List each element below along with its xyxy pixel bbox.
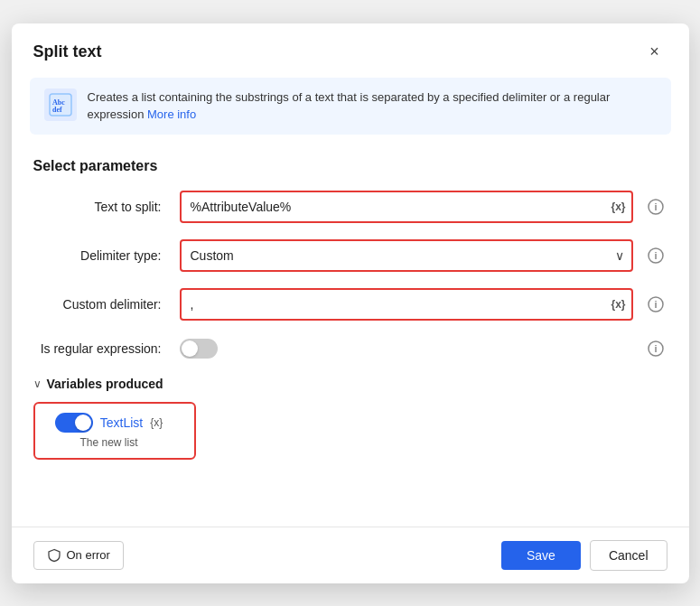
custom-delimiter-info-btn[interactable]: i — [644, 293, 667, 316]
close-button[interactable]: × — [642, 40, 667, 65]
variable-card: TextList {x} The new list — [33, 402, 196, 460]
svg-text:i: i — [654, 201, 657, 212]
split-text-dialog: Split text × Abc def Creates a list cont… — [12, 23, 689, 583]
more-info-link[interactable]: More info — [147, 107, 196, 121]
variable-expr: {x} — [150, 416, 163, 429]
custom-delimiter-var-btn[interactable]: {x} — [611, 298, 625, 311]
variables-chevron-icon: ∨ — [33, 378, 42, 390]
dialog-body: Select parameters Text to split: {x} i D… — [12, 145, 689, 527]
info-banner: Abc def Creates a list containing the su… — [30, 78, 671, 135]
cancel-button[interactable]: Cancel — [590, 540, 667, 571]
text-to-split-info-btn[interactable]: i — [644, 195, 667, 219]
custom-delimiter-label: Custom delimiter: — [33, 297, 169, 312]
is-regex-row: Is regular expression: i — [33, 337, 667, 360]
variables-header[interactable]: ∨ Variables produced — [33, 377, 667, 391]
custom-delimiter-wrapper: {x} — [180, 288, 633, 321]
custom-delimiter-input[interactable] — [180, 288, 633, 321]
svg-text:def: def — [52, 106, 62, 114]
variable-description: The new list — [79, 436, 137, 449]
text-to-split-wrapper: {x} — [180, 191, 633, 223]
is-regex-label: Is regular expression: — [33, 341, 169, 356]
save-button[interactable]: Save — [501, 541, 581, 570]
svg-text:i: i — [654, 343, 657, 354]
is-regex-info-btn[interactable]: i — [644, 337, 667, 360]
dialog-footer: On error Save Cancel — [12, 527, 689, 583]
variables-header-label: Variables produced — [47, 377, 163, 391]
info-description: Creates a list containing the substrings… — [88, 89, 657, 124]
svg-text:i: i — [654, 299, 657, 310]
text-to-split-row: Text to split: {x} i — [33, 191, 667, 223]
text-to-split-input[interactable] — [180, 191, 633, 223]
dialog-header: Split text × — [12, 23, 689, 78]
variables-section: ∨ Variables produced TextList {x} The ne… — [33, 377, 667, 460]
dialog-title: Split text — [33, 42, 102, 61]
text-to-split-var-btn[interactable]: {x} — [611, 200, 625, 213]
variable-name: TextList — [100, 415, 143, 430]
delimiter-type-select[interactable]: Standard Custom Regex — [180, 239, 633, 272]
delimiter-type-row: Delimiter type: Standard Custom Regex ∨ … — [33, 239, 667, 272]
is-regex-toggle-container — [180, 339, 218, 359]
svg-text:i: i — [654, 250, 657, 261]
text-to-split-label: Text to split: — [33, 200, 169, 214]
toggle-knob — [182, 340, 198, 357]
delimiter-type-label: Delimiter type: — [33, 248, 169, 263]
on-error-button[interactable]: On error — [33, 541, 124, 570]
shield-icon — [47, 548, 61, 563]
delimiter-type-wrapper: Standard Custom Regex ∨ — [180, 239, 633, 272]
is-regex-toggle[interactable] — [180, 339, 218, 359]
delimiter-type-info-btn[interactable]: i — [644, 244, 667, 267]
on-error-label: On error — [67, 548, 110, 562]
variable-toggle-knob — [75, 415, 91, 431]
footer-right: Save Cancel — [501, 540, 667, 571]
custom-delimiter-row: Custom delimiter: {x} i — [33, 288, 667, 321]
variable-card-top: TextList {x} — [55, 413, 163, 433]
variable-enable-toggle[interactable] — [55, 413, 93, 433]
footer-left: On error — [33, 541, 124, 570]
section-title: Select parameters — [33, 158, 667, 174]
action-icon: Abc def — [44, 89, 77, 121]
